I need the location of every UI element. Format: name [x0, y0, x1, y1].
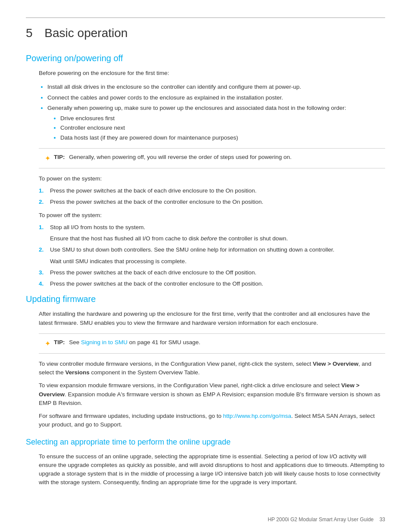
bold-view-overview-1: View > Overview [313, 361, 358, 367]
sub-bullet-2: Controller enclosure next [60, 124, 385, 132]
bold-versions: Versions [65, 369, 90, 376]
power-off-step-4: 4. Press the power switches at the back … [39, 280, 385, 288]
powering-intro: Before powering on the enclosure for the… [39, 69, 385, 78]
selecting-body: To ensure the success of an online upgra… [39, 452, 385, 487]
chapter-number: 5 [26, 26, 33, 40]
off-step-sub-1: Ensure that the host has flushed all I/O… [50, 234, 385, 243]
firmware-para2: To view expansion module firmware versio… [39, 381, 385, 408]
tip-label: TIP: [54, 154, 65, 160]
power-off-step-2: 2. Use SMU to shut down both controllers… [39, 246, 385, 266]
sub-bullet-3: Data hosts last (if they are powered dow… [60, 134, 385, 142]
power-off-step-1: 1. Stop all I/O from hosts to the system… [39, 223, 385, 243]
off-step-number-4: 4. [39, 280, 47, 288]
section-title-selecting: Selecting an appropriate time to perform… [26, 436, 385, 448]
tip-icon: ✦ [45, 153, 50, 164]
power-off-step-3: 3. Press the power switches at the back … [39, 268, 385, 277]
power-on-intro: To power on the system: [39, 174, 385, 183]
off-step-sub-2: Wait until SMU indicates that processing… [50, 257, 385, 266]
off-step-number-1: 1. [39, 223, 47, 232]
tip-text-firmware: TIP: See Signing in to SMU on page 41 fo… [54, 338, 200, 347]
page-footer: HP 2000i G2 Modular Smart Array User Gui… [268, 516, 385, 523]
power-on-step-1: 1. Press the power switches at the back … [39, 187, 385, 195]
tip-label-firmware: TIP: [54, 339, 65, 345]
power-on-steps: 1. Press the power switches at the back … [39, 187, 385, 207]
smu-link[interactable]: Signing in to SMU [81, 339, 128, 345]
firmware-para3: For software and firmware updates, inclu… [39, 412, 385, 429]
tip-text-powering: TIP: Generally, when powering off, you w… [54, 153, 292, 162]
chapter-title-text: Basic operation [44, 26, 128, 40]
step-number-2: 2. [39, 198, 47, 206]
off-step-content-1: Stop all I/O from hosts to the system. [50, 223, 145, 232]
step-content-1: Press the power switches at the back of … [50, 187, 257, 195]
powering-subbullets: Drive enclosures first Controller enclos… [60, 114, 385, 142]
bullet-item-2: Connect the cables and power cords to th… [47, 93, 385, 102]
power-off-intro: To power off the system: [39, 211, 385, 220]
chapter-title: 5 Basic operation [26, 17, 385, 42]
section-title-powering: Powering on/powering off [26, 52, 385, 65]
powering-bullets: Install all disk drives in the enclosure… [47, 83, 385, 142]
off-step-content-2: Use SMU to shut down both controllers. S… [50, 246, 334, 254]
off-step-content-3: Press the power switches at the back of … [50, 268, 256, 277]
sub-bullet-1: Drive enclosures first [60, 114, 385, 123]
section-title-firmware: Updating firmware [26, 292, 385, 305]
firmware-body: After installing the hardware and poweri… [39, 310, 385, 327]
step-content-2: Press the power switches at the back of … [50, 198, 263, 206]
tip-icon-firmware: ✦ [45, 339, 50, 349]
off-step-number-2: 2. [39, 246, 47, 254]
off-step-number-3: 3. [39, 268, 47, 277]
firmware-para1: To view controller module firmware versi… [39, 360, 385, 377]
italic-before: before [201, 235, 217, 242]
footer-text: HP 2000i G2 Modular Smart Array User Gui… [268, 516, 374, 523]
step-number-1: 1. [39, 187, 47, 195]
page-number: 33 [380, 516, 385, 523]
power-on-step-2: 2. Press the power switches at the back … [39, 198, 385, 206]
bullet-item-3: Generally when powering up, make sure to… [47, 104, 385, 142]
hp-msa-link[interactable]: http://www.hp.com/go/msa [223, 413, 291, 419]
off-step-content-4: Press the power switches at the back of … [50, 280, 263, 288]
power-off-steps: 1. Stop all I/O from hosts to the system… [39, 223, 385, 289]
tip-box-powering: ✦ TIP: Generally, when powering off, you… [39, 148, 385, 168]
tip-box-firmware: ✦ TIP: See Signing in to SMU on page 41 … [39, 333, 385, 354]
bold-view-overview-2: View > Overview [39, 382, 359, 397]
bullet-item-1: Install all disk drives in the enclosure… [47, 83, 385, 91]
